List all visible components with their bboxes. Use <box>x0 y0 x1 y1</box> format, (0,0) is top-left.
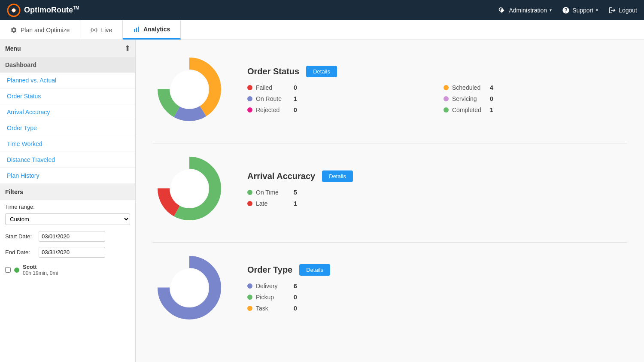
delivery-value: 6 <box>294 283 297 289</box>
driver-name: Scott <box>23 264 58 270</box>
sidebar-item-distance-traveled[interactable]: Distance Traveled <box>0 152 135 168</box>
completed-label: Completed <box>452 106 486 113</box>
order-type-details-button[interactable]: Details <box>299 264 330 276</box>
legend-delivery: Delivery 6 <box>247 283 627 289</box>
arrival-accuracy-title: Arrival Accuracy <box>247 171 315 181</box>
svg-point-9 <box>170 70 208 108</box>
legend-failed: Failed 0 <box>247 84 431 91</box>
help-icon <box>562 6 570 14</box>
svg-rect-4 <box>136 28 137 32</box>
svg-point-14 <box>170 269 208 307</box>
app-logo: OptimoRouteTM <box>7 3 79 17</box>
end-date-input[interactable] <box>39 247 105 258</box>
on-route-label: On Route <box>256 95 290 102</box>
time-range-row: Time range: <box>0 200 135 213</box>
tab-live[interactable]: Live <box>80 20 123 40</box>
wrench-icon <box>498 6 506 14</box>
nav-actions: Administration ▾ Support ▾ Logout <box>498 6 637 14</box>
arrival-accuracy-legend: Arrival Accuracy Details On Time 5 Late … <box>247 170 627 207</box>
on-time-dot <box>247 190 252 195</box>
sidebar-collapse-button[interactable]: ⬆ <box>125 44 130 52</box>
order-type-legend: Order Type Details Delivery 6 Pickup 0 <box>247 264 627 312</box>
driver-checkbox[interactable] <box>5 267 11 273</box>
late-dot <box>247 201 252 206</box>
arrival-accuracy-panel: Arrival Accuracy Details On Time 5 Late … <box>153 148 627 229</box>
administration-chevron: ▾ <box>550 8 552 12</box>
completed-dot <box>444 107 449 113</box>
sidebar-menu-header: Menu ⬆ <box>0 40 135 57</box>
svg-point-2 <box>93 29 95 31</box>
arrival-accuracy-details-button[interactable]: Details <box>322 170 353 182</box>
tab-bar: Plan and Optimize Live Analytics <box>0 20 644 40</box>
on-time-label: On Time <box>256 189 290 196</box>
sidebar-item-time-worked[interactable]: Time Worked <box>0 136 135 152</box>
order-type-legend-list: Delivery 6 Pickup 0 Task 0 <box>247 283 627 312</box>
late-value: 1 <box>294 200 297 207</box>
servicing-dot <box>444 96 449 101</box>
start-date-label: Start Date: <box>5 233 35 240</box>
administration-menu[interactable]: Administration ▾ <box>498 6 552 14</box>
administration-label: Administration <box>509 7 547 14</box>
driver-row: Scott 00h 19min, 0mi <box>0 260 135 280</box>
tab-plan-and-optimize[interactable]: Plan and Optimize <box>0 20 80 40</box>
tab-analytics[interactable]: Analytics <box>123 20 181 40</box>
time-range-label: Time range: <box>5 204 35 210</box>
support-chevron: ▾ <box>596 8 598 12</box>
completed-value: 1 <box>490 106 493 113</box>
menu-label: Menu <box>5 45 21 52</box>
pickup-value: 0 <box>294 294 297 301</box>
logout-label: Logout <box>619 7 637 14</box>
arrival-accuracy-donut <box>153 152 226 225</box>
failed-value: 0 <box>294 84 297 91</box>
failed-label: Failed <box>256 84 290 91</box>
logo-text: OptimoRouteTM <box>24 6 79 15</box>
tab-live-label: Live <box>101 27 112 33</box>
legend-on-route: On Route 1 <box>247 95 431 102</box>
delivery-dot <box>247 283 252 289</box>
sidebar-item-arrival-accuracy[interactable]: Arrival Accuracy <box>0 104 135 120</box>
order-status-legend: Order Status Details Failed 0 Scheduled … <box>247 66 627 113</box>
order-type-title: Order Type <box>247 265 292 275</box>
order-status-title-row: Order Status Details <box>247 66 627 77</box>
pickup-label: Pickup <box>256 294 290 301</box>
sidebar-item-order-type[interactable]: Order Type <box>0 120 135 136</box>
order-status-panel: Order Status Details Failed 0 Scheduled … <box>153 49 627 130</box>
time-range-select[interactable]: Custom Today Last 7 days Last 30 days <box>5 213 130 225</box>
order-type-donut <box>153 251 226 324</box>
arrival-accuracy-title-row: Arrival Accuracy Details <box>247 170 627 182</box>
tab-plan-label: Plan and Optimize <box>21 27 70 33</box>
servicing-value: 0 <box>490 95 493 102</box>
scheduled-dot <box>444 85 449 90</box>
filters-section: Filters Time range: Custom Today Last 7 … <box>0 184 135 280</box>
late-label: Late <box>256 200 290 207</box>
scheduled-value: 4 <box>490 84 493 91</box>
logout-button[interactable]: Logout <box>608 6 637 14</box>
dashboard-section: Dashboard <box>0 57 135 73</box>
delivery-label: Delivery <box>256 283 290 289</box>
sidebar-item-planned-vs-actual[interactable]: Planned vs. Actual <box>0 73 135 88</box>
rejected-dot <box>247 107 252 113</box>
legend-servicing: Servicing 0 <box>444 95 627 102</box>
logout-icon <box>608 6 616 14</box>
logo-icon <box>7 3 21 17</box>
support-menu[interactable]: Support ▾ <box>562 6 598 14</box>
order-status-details-button[interactable]: Details <box>306 66 337 77</box>
rejected-value: 0 <box>294 106 297 113</box>
analytics-icon <box>133 26 140 33</box>
driver-stats: 00h 19min, 0mi <box>23 270 58 276</box>
order-status-donut <box>153 53 226 126</box>
sidebar-item-plan-history[interactable]: Plan History <box>0 168 135 184</box>
main-layout: Menu ⬆ Dashboard Planned vs. ActualOrder… <box>0 40 644 362</box>
divider-1 <box>153 143 627 143</box>
start-date-input[interactable] <box>39 231 105 242</box>
order-status-title: Order Status <box>247 67 299 76</box>
order-type-panel: Order Type Details Delivery 6 Pickup 0 <box>153 247 627 329</box>
sidebar-item-order-status[interactable]: Order Status <box>0 88 135 104</box>
driver-info: Scott 00h 19min, 0mi <box>23 264 58 276</box>
task-dot <box>247 306 252 311</box>
legend-scheduled: Scheduled 4 <box>444 84 627 91</box>
live-icon <box>91 27 97 33</box>
driver-status-dot <box>14 268 19 273</box>
legend-completed: Completed 1 <box>444 106 627 113</box>
legend-rejected: Rejected 0 <box>247 106 431 113</box>
